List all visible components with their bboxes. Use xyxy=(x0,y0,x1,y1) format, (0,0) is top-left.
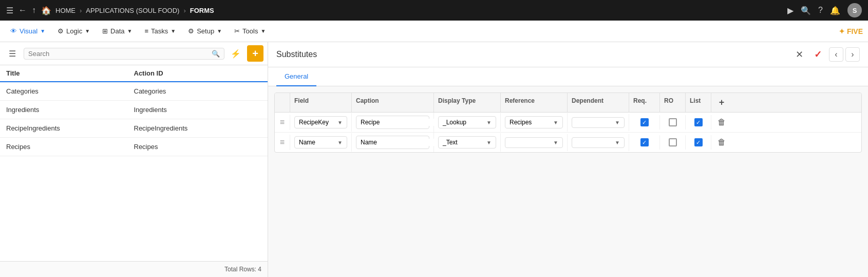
close-button[interactable]: ✕ xyxy=(792,47,806,62)
col-caption: Caption xyxy=(352,93,434,112)
field-select-2[interactable]: Name ▼ xyxy=(294,136,347,149)
display-type-cell-2: _Text ▼ xyxy=(434,133,501,152)
menu-visual[interactable]: 👁 Visual ▼ xyxy=(5,25,50,37)
drag-handle-2[interactable]: ≡ xyxy=(275,135,290,150)
header-actions: ✕ ✓ ‹ › xyxy=(792,47,860,62)
play-icon[interactable]: ▶ xyxy=(787,6,794,15)
display-type-select-2[interactable]: _Text ▼ xyxy=(438,136,496,149)
ro-checkbox-1[interactable] xyxy=(669,118,677,126)
setup-icon: ⚙ xyxy=(188,27,194,35)
cell-action: Categories xyxy=(134,87,262,95)
col-reference: Reference xyxy=(501,93,568,112)
menu-data[interactable]: ⊞ Data ▼ xyxy=(97,25,137,37)
five-logo-text: FIVE xyxy=(847,27,863,35)
tab-general[interactable]: General xyxy=(276,67,316,86)
menu-setup[interactable]: ⚙ Setup ▼ xyxy=(183,25,227,37)
field-caret-1: ▼ xyxy=(337,120,343,125)
cell-action: Recipes xyxy=(134,143,262,151)
list-checkbox-2[interactable] xyxy=(694,138,703,146)
display-type-select-1[interactable]: _Lookup ▼ xyxy=(438,116,496,128)
grid-area: Field Caption Display Type Reference Dep… xyxy=(268,86,868,277)
dependent-select-1[interactable]: ▼ xyxy=(572,117,625,128)
breadcrumb-app[interactable]: APPLICATIONS (SOUL FOOD) xyxy=(86,7,179,14)
lightning-button[interactable]: ⚡ xyxy=(228,45,244,62)
req-checkbox-2[interactable] xyxy=(640,138,649,146)
top-nav-left: ☰ ← ↑ 🏠 HOME › APPLICATIONS (SOUL FOOD) … xyxy=(6,6,781,15)
data-caret: ▼ xyxy=(127,28,133,34)
col-req: Req. xyxy=(629,93,660,112)
reference-select-2[interactable]: ▼ xyxy=(505,137,563,148)
caption-input-1[interactable] xyxy=(361,119,438,126)
req-checkbox-1[interactable] xyxy=(640,118,649,126)
add-button[interactable]: + xyxy=(247,45,263,62)
caption-field-1: ✕ xyxy=(356,116,429,129)
delete-row-2-button[interactable]: 🗑 xyxy=(715,138,728,147)
list-checkbox-1[interactable] xyxy=(694,118,703,126)
tabs: General xyxy=(268,67,868,86)
reference-cell-1: Recipes ▼ xyxy=(501,113,568,132)
ro-checkbox-2[interactable] xyxy=(669,138,677,146)
data-grid: Field Caption Display Type Reference Dep… xyxy=(274,93,862,153)
list-cell-1 xyxy=(686,115,711,130)
display-type-caret-1: ▼ xyxy=(486,120,492,125)
delete-row-1-button[interactable]: 🗑 xyxy=(715,118,728,127)
menu-data-label: Data xyxy=(110,27,124,35)
dependent-select-2[interactable]: ▼ xyxy=(572,137,625,148)
dependent-cell-2: ▼ xyxy=(568,134,629,151)
panel-title: Substitutes xyxy=(276,50,317,59)
table-row[interactable]: Ingredients Ingredients xyxy=(0,101,268,119)
menu-tools[interactable]: ✂ Tools ▼ xyxy=(229,25,271,37)
table-row[interactable]: Recipes Recipes xyxy=(0,138,268,156)
drag-handle-1[interactable]: ≡ xyxy=(275,115,290,130)
left-toolbar: ☰ 🔍 ⚡ + xyxy=(0,42,268,65)
menu-tasks[interactable]: ≡ Tasks ▼ xyxy=(139,25,181,37)
help-icon[interactable]: ? xyxy=(818,6,823,15)
data-icon: ⊞ xyxy=(102,27,108,35)
col-field: Field xyxy=(290,93,352,112)
ro-cell-2 xyxy=(660,135,686,150)
next-arrow[interactable]: › xyxy=(845,47,860,62)
reference-select-1[interactable]: Recipes ▼ xyxy=(505,116,563,128)
back-icon[interactable]: ← xyxy=(18,6,27,15)
cell-title: RecipeIngredients xyxy=(6,124,134,132)
reference-cell-2: ▼ xyxy=(501,134,568,151)
field-select-1[interactable]: RecipeKey ▼ xyxy=(294,116,347,128)
display-type-cell-1: _Lookup ▼ xyxy=(434,113,501,132)
main-layout: ☰ 🔍 ⚡ + Title Action ID Categories Categ… xyxy=(0,42,868,277)
filter-icon[interactable]: ☰ xyxy=(4,45,21,62)
search-nav-icon[interactable]: 🔍 xyxy=(801,6,811,15)
menu-logic-label: Logic xyxy=(66,27,82,35)
confirm-button[interactable]: ✓ xyxy=(810,47,825,62)
col-title-header: Title xyxy=(6,69,134,77)
top-nav-right: ▶ 🔍 ? 🔔 S xyxy=(787,3,862,17)
tools-icon: ✂ xyxy=(234,27,240,35)
table-row[interactable]: RecipeIngredients RecipeIngredients xyxy=(0,119,268,138)
req-cell-1 xyxy=(629,115,660,130)
menu-tasks-label: Tasks xyxy=(151,27,168,35)
up-icon[interactable]: ↑ xyxy=(32,6,36,15)
breadcrumb-home[interactable]: HOME xyxy=(55,7,76,14)
display-type-caret-2: ▼ xyxy=(486,140,492,145)
caption-input-2[interactable] xyxy=(361,139,438,146)
user-avatar[interactable]: S xyxy=(847,3,862,17)
dependent-caret-1: ▼ xyxy=(615,120,620,125)
display-type-value-1: _Lookup xyxy=(443,119,466,126)
visual-icon: 👁 xyxy=(10,27,17,35)
search-input[interactable] xyxy=(28,50,212,58)
ro-cell-1 xyxy=(660,115,686,130)
grid-row: ≡ Name ▼ ✕ xyxy=(275,133,861,152)
menu-logic[interactable]: ⚙ Logic ▼ xyxy=(52,25,95,37)
menu-visual-label: Visual xyxy=(20,27,37,35)
hamburger-icon[interactable]: ☰ xyxy=(6,6,13,15)
col-list: List xyxy=(686,93,711,112)
search-box: 🔍 xyxy=(24,48,224,60)
col-drag xyxy=(275,93,290,112)
cell-action: Ingredients xyxy=(134,106,262,114)
table-row[interactable]: Categories Categories xyxy=(0,82,268,101)
col-display-type: Display Type xyxy=(434,93,501,112)
bell-icon[interactable]: 🔔 xyxy=(830,6,840,15)
add-column-button[interactable]: + xyxy=(711,93,732,112)
search-icon: 🔍 xyxy=(212,50,220,58)
table-header: Title Action ID xyxy=(0,65,268,82)
prev-arrow[interactable]: ‹ xyxy=(829,47,843,62)
